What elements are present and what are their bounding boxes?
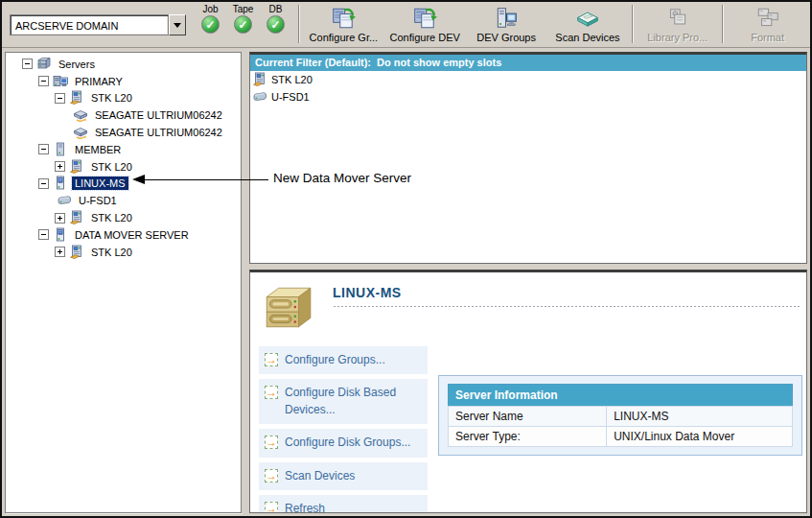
tree-item-stk-l20[interactable]: STK L20 [6, 158, 241, 176]
tape-ok-icon[interactable] [234, 15, 252, 34]
servers-icon [36, 57, 52, 72]
configure-disk-based-devices-link[interactable]: Configure Disk Based Devices... [259, 379, 428, 424]
job-indicator[interactable]: Job [197, 4, 223, 45]
tape-library-icon [69, 159, 84, 175]
tree-item-label-selected: LINUX-MS [72, 177, 128, 190]
collapse-expander-icon[interactable] [38, 229, 49, 240]
title-divider [333, 305, 800, 308]
tape-library-icon [252, 72, 267, 87]
member-server-icon [53, 142, 68, 157]
tree-item-label: DATA MOVER SERVER [72, 228, 192, 242]
data-mover-server-icon [53, 227, 68, 243]
domain-selector[interactable]: ARCSERVE DOMAIN [10, 14, 186, 35]
tape-library-icon [69, 210, 84, 225]
configure-groups-button[interactable]: Configure Gr... [303, 3, 384, 45]
tape-indicator[interactable]: Tape [230, 4, 256, 45]
refresh-link[interactable]: Refresh [259, 495, 428, 513]
panel-splitter[interactable] [242, 52, 249, 513]
toolbar-separator [722, 5, 723, 43]
collapse-expander-icon[interactable] [38, 178, 49, 189]
scan-devices-button[interactable]: Scan Devices [547, 3, 629, 45]
device-item-u-fsd1[interactable]: U-FSD1 [250, 88, 806, 106]
configure-groups-button-label: Configure Gr... [310, 32, 379, 43]
data-mover-server-large-icon [262, 281, 313, 333]
device-item-label: U-FSD1 [271, 91, 310, 103]
server-name-label: Server Name [449, 407, 607, 427]
library-icon [665, 6, 690, 31]
tree-item-seagate-ultrium[interactable]: SEAGATE ULTRIUM06242 [6, 124, 241, 141]
tree-item-seagate-ultrium[interactable]: SEAGATE ULTRIUM06242 [6, 106, 241, 124]
go-arrow-icon [265, 469, 278, 483]
table-row: Server Name LINUX-MS [449, 407, 793, 427]
format-icon [755, 6, 780, 31]
tree-item-label: STK L20 [88, 160, 135, 174]
server-properties-panel: LINUX-MS Configure Groups... Configure D… [249, 270, 807, 513]
link-label: Scan Devices [285, 468, 417, 484]
expand-expander-icon[interactable] [55, 161, 65, 172]
configure-dev-button[interactable]: Configure DEV [384, 3, 466, 45]
configure-groups-link[interactable]: Configure Groups... [259, 346, 428, 374]
expand-expander-icon[interactable] [55, 213, 65, 224]
dev-groups-button-label: DEV Groups [476, 32, 536, 43]
db-indicator[interactable]: DB [263, 4, 289, 45]
tree-item-label: STK L20 [88, 91, 135, 105]
tree-item-label: Servers [56, 58, 98, 71]
server-title: LINUX-MS [333, 285, 402, 300]
go-arrow-icon [265, 436, 278, 449]
link-label: Refresh [285, 501, 417, 513]
tree-item-member[interactable]: MEMBER [6, 141, 241, 158]
device-list-panel: Current Filter (Default): Do not show em… [249, 52, 807, 264]
server-information-header: Server Information [449, 385, 793, 407]
tree-item-stk-l20[interactable]: STK L20 [6, 90, 241, 107]
toolbar-separator [632, 5, 633, 43]
scan-devices-link[interactable]: Scan Devices [259, 462, 428, 490]
tree-item-data-mover-server[interactable]: DATA MOVER SERVER [6, 226, 241, 244]
chevron-down-icon [174, 23, 181, 28]
configure-disk-groups-link[interactable]: Configure Disk Groups... [259, 429, 428, 457]
tree-item-label: STK L20 [88, 246, 135, 259]
tape-drive-icon [73, 107, 88, 123]
dev-groups-button[interactable]: DEV Groups [466, 3, 547, 45]
go-arrow-icon [265, 386, 278, 399]
collapse-expander-icon[interactable] [38, 76, 49, 86]
tree-item-label: SEAGATE ULTRIUM06242 [92, 126, 225, 139]
job-indicator-label: Job [202, 4, 218, 14]
tree-item-linux-ms[interactable]: LINUX-MS [6, 176, 241, 193]
tree-item-stk-l20[interactable]: STK L20 [6, 244, 241, 261]
job-ok-icon[interactable] [201, 15, 220, 34]
server-information-table: Server Information Server Name LINUX-MS … [448, 384, 793, 447]
disk-device-icon [57, 193, 72, 208]
tape-drive-icon [73, 125, 88, 140]
tree-item-u-fsd1[interactable]: U-FSD1 [6, 192, 241, 209]
collapse-expander-icon[interactable] [22, 59, 33, 69]
collapse-expander-icon[interactable] [38, 144, 49, 154]
go-arrow-icon [265, 353, 278, 366]
tape-library-icon [69, 90, 84, 106]
tree-item-primary[interactable]: PRIMARY [6, 73, 241, 90]
toolbar-separator [298, 5, 299, 43]
tape-library-icon [69, 245, 84, 260]
server-type-value: UNIX/Linux Data Mover [607, 427, 793, 447]
db-indicator-label: DB [269, 4, 283, 14]
tree-item-stk-l20[interactable]: STK L20 [6, 209, 241, 226]
device-item-stk-l20[interactable]: STK L20 [250, 71, 806, 88]
collapse-expander-icon[interactable] [55, 93, 65, 104]
tree-item-servers[interactable]: Servers [6, 56, 241, 73]
data-mover-server-icon [53, 176, 68, 191]
domain-selector-value[interactable]: ARCSERVE DOMAIN [10, 14, 169, 35]
scan-devices-button-label: Scan Devices [555, 32, 619, 43]
library-properties-button: Library Pro... [637, 3, 718, 45]
tree-item-label: MEMBER [72, 143, 124, 156]
tree-item-label: SEAGATE ULTRIUM06242 [92, 108, 225, 122]
expand-expander-icon[interactable] [55, 247, 65, 257]
tree-item-label: U-FSD1 [76, 194, 120, 207]
tape-indicator-label: Tape [233, 4, 254, 14]
task-links: Configure Groups... Configure Disk Based… [259, 346, 428, 513]
dev-groups-icon [494, 6, 519, 31]
format-button-label: Format [751, 32, 784, 43]
device-manager-window: ARCSERVE DOMAIN Job Tape DB Configure Gr… [0, 0, 812, 518]
db-ok-icon[interactable] [267, 15, 285, 34]
toolbar: ARCSERVE DOMAIN Job Tape DB Configure Gr… [2, 2, 810, 48]
dropdown-arrow-button[interactable] [169, 14, 186, 35]
configure-groups-icon [331, 6, 356, 31]
